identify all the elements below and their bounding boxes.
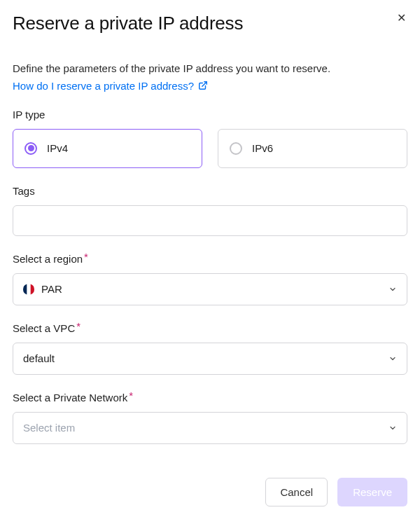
chevron-down-icon	[388, 285, 397, 294]
help-link-text: How do I reserve a private IP address?	[13, 80, 194, 92]
cancel-button[interactable]: Cancel	[265, 478, 328, 506]
close-button[interactable]: ✕	[397, 13, 406, 24]
vpc-field: Select a VPC* default	[13, 322, 407, 375]
private-network-label: Select a Private Network*	[13, 392, 407, 404]
region-select-value: PAR	[23, 283, 62, 295]
radio-label-ipv4: IPv4	[47, 142, 68, 154]
region-label: Select a region*	[13, 253, 407, 265]
private-network-placeholder: Select item	[23, 422, 75, 434]
tags-input[interactable]	[13, 205, 407, 236]
radio-option-ipv6[interactable]: IPv6	[218, 129, 407, 168]
radio-icon	[24, 142, 37, 155]
reserve-button[interactable]: Reserve	[337, 478, 407, 506]
france-flag-icon	[23, 284, 34, 295]
close-icon: ✕	[397, 12, 406, 24]
svg-line-0	[202, 82, 206, 86]
help-link[interactable]: How do I reserve a private IP address?	[13, 80, 208, 92]
private-network-select[interactable]: Select item	[13, 412, 407, 444]
external-link-icon	[198, 81, 208, 90]
required-indicator: *	[129, 389, 133, 401]
tags-field: Tags	[13, 185, 407, 236]
radio-label-ipv6: IPv6	[252, 142, 273, 154]
tags-label: Tags	[13, 185, 407, 197]
radio-option-ipv4[interactable]: IPv4	[13, 129, 202, 168]
vpc-select[interactable]: default	[13, 343, 407, 375]
ip-type-field: IP type IPv4 IPv6	[13, 109, 407, 168]
radio-dot-icon	[28, 145, 34, 151]
required-indicator: *	[76, 320, 80, 332]
chevron-down-icon	[388, 354, 397, 363]
private-network-field: Select a Private Network* Select item	[13, 392, 407, 444]
region-field: Select a region* PAR	[13, 253, 407, 305]
ip-type-label: IP type	[13, 109, 407, 120]
vpc-label: Select a VPC*	[13, 322, 407, 334]
region-select[interactable]: PAR	[13, 273, 407, 305]
modal-title: Reserve a private IP address	[13, 13, 407, 34]
chevron-down-icon	[388, 424, 397, 432]
modal-footer: Cancel Reserve	[13, 478, 407, 506]
required-indicator: *	[84, 251, 88, 263]
ip-type-radio-group: IPv4 IPv6	[13, 129, 407, 168]
radio-icon	[230, 142, 242, 155]
modal-description: Define the parameters of the private IP …	[13, 61, 407, 77]
vpc-select-value: default	[23, 352, 55, 364]
